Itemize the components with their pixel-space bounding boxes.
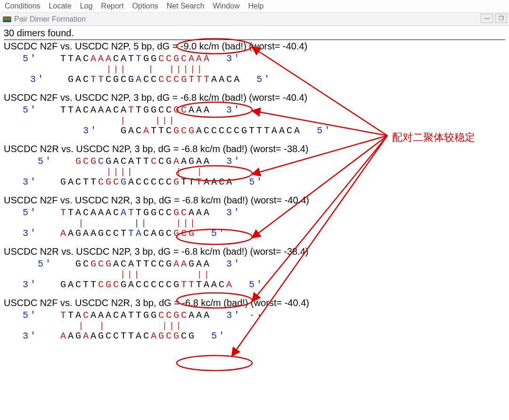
menu-report[interactable]: Report [101,2,123,10]
dimer-top-seq: 5' TTACAAACATTGGCCGCAAA 3' [23,207,505,219]
dimer-block: USCDC N2R vs. USCDC N2P, 3 bp, dG = -6.8… [4,246,505,291]
menu-window[interactable]: Window [213,2,240,10]
dimer-match-row: ||| || [23,270,505,279]
menu-options[interactable]: Options [132,2,158,10]
menu-netsearch[interactable]: Net Search [167,2,205,10]
dimer-bot-seq: 3' GACTTCGCGACCCCCGTTTAACA 5' [23,73,505,86]
menu-conditions[interactable]: Conditions [5,2,41,10]
maximize-button[interactable]: ❐ [495,14,507,23]
dimer-header: USCDC N2R vs. USCDC N2P, 3 bp, dG = -6.8… [4,246,505,257]
dimer-match-row: |||| | | [23,168,505,176]
menu-log[interactable]: Log [80,2,93,10]
dimer-bot-seq: 3' GACTTCGCGACCCCCGTTTAACA 5' [23,279,505,291]
dimer-top-seq: 5' GCGCGACATTCCGAAGAA 3' [23,155,505,168]
title-bar: Pair Dimer Formation — ❐ [0,13,509,26]
dimer-block: USCDC N2F vs. USCDC N2R, 3 bp, dG = -6.8… [4,298,505,342]
menu-locate[interactable]: Locate [49,2,72,10]
app-icon [3,16,11,22]
dimer-block: USCDC N2F vs. USCDC N2P, 3 bp, dG = -6.8… [4,92,505,137]
dimer-header: USCDC N2R vs. USCDC N2P, 3 bp, dG = -6.8… [4,144,505,154]
dimer-match-row: | ||| [23,116,505,125]
dimer-top-seq: 5' TTACAAACATTGGCCGCAAA 3' ·· [23,309,505,322]
dimer-header: USCDC N2F vs. USCDC N2R, 3 bp, dG = -6.8… [4,298,505,308]
dimer-bot-seq: 3' AAGAAGCCTTACAGCGCG 5' [23,227,505,240]
dimer-top-seq: 5' TTACAAACATTGGCCGCAAA 3' [23,104,505,116]
content-area: 30 dimers found. USCDC N2F vs. USCDC N2P… [0,26,509,351]
dimer-match-row: | || ||| [23,219,505,227]
menu-bar: Conditions Locate Log Report Options Net… [0,0,509,13]
dimer-match-row: ||| | ||||| [23,65,505,73]
svg-point-5 [177,355,252,371]
dimer-block: USCDC N2F vs. USCDC N2P, 5 bp, dG = -9.0… [4,41,505,86]
dimer-top-seq: 5' GCGCGACATTCCGAAGAA 3' [23,258,505,270]
dimer-match-row: | | ||| [23,322,505,330]
dimer-block: USCDC N2F vs. USCDC N2R, 3 bp, dG = -6.8… [4,195,505,240]
minimize-button[interactable]: — [481,14,493,23]
dimer-list: USCDC N2F vs. USCDC N2P, 5 bp, dG = -9.0… [4,41,505,342]
dimer-top-seq: 5' TTACAAACATTGGCCGCAAA 3' [23,53,505,65]
dimer-block: USCDC N2R vs. USCDC N2P, 3 bp, dG = -6.8… [4,144,505,188]
dimer-header: USCDC N2F vs. USCDC N2P, 5 bp, dG = -9.0… [4,41,505,52]
dimer-header: USCDC N2F vs. USCDC N2P, 3 bp, dG = -6.8… [4,92,505,103]
summary-text: 30 dimers found. [4,28,505,40]
dimer-bot-seq: 3' GACTTCGCGACCCCCGTTTAACA 5' [23,176,505,188]
window-title: Pair Dimer Formation [14,15,86,24]
dimer-bot-seq: 3' AAGAAGCCTTACAGCGCG 5' [23,330,505,342]
menu-help[interactable]: Help [248,2,263,10]
dimer-header: USCDC N2F vs. USCDC N2R, 3 bp, dG = -6.8… [4,195,505,206]
dimer-bot-seq: 3' GACATTCGCGACCCCCGTTTAACA 5' [23,125,505,137]
